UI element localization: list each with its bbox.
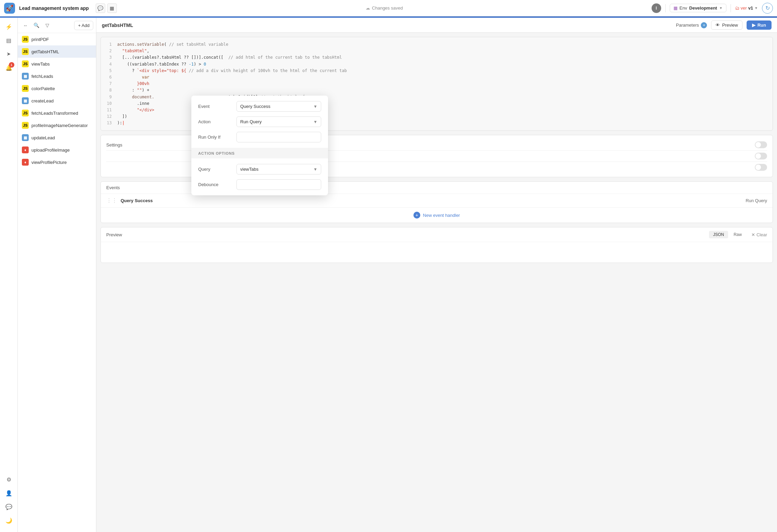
query-icon-colorPalette: JS — [22, 85, 29, 92]
env-label: Env — [680, 5, 687, 11]
sidebar-item-layers[interactable]: ⚡ — [3, 20, 15, 33]
query-item-viewTabs[interactable]: JS viewTabs — [18, 58, 96, 70]
code-line-6: 6 var — [105, 74, 768, 81]
collapse-sidebar-button[interactable]: ↔ — [21, 20, 30, 30]
app-title: Lead management system app — [19, 5, 89, 11]
event-row: ⋮⋮ Query Success Run Query — [101, 194, 773, 208]
sidebar-item-send[interactable]: ➤ — [3, 48, 15, 60]
query-name-fetchLeadsTransformed: fetchLeadsTransformed — [31, 111, 78, 116]
query-field-label: Query — [198, 167, 232, 172]
tab-raw[interactable]: Raw — [730, 231, 746, 238]
ver-selector[interactable]: 🗂 ver v1 ▼ — [735, 5, 758, 11]
event-handler-modal: Event Query Success ▼ Action Run Query ▼… — [191, 96, 328, 195]
query-icon-uploadProfileImage: ♦ — [22, 146, 29, 153]
x-icon: ✕ — [751, 232, 755, 237]
sidebar-item-moon[interactable]: 🌙 — [3, 514, 15, 527]
query-name-viewProfilePicture: viewProfilePicture — [31, 160, 67, 165]
query-name-viewTabs: viewTabs — [31, 61, 50, 67]
query-item-getTabsHTML[interactable]: JS getTabsHTML — [18, 45, 96, 58]
save-status: ☁ Changes saved — [121, 5, 648, 11]
notification-badge: 1 — [9, 62, 14, 68]
line-number: 13 — [105, 120, 112, 126]
search-button[interactable]: 🔍 — [31, 20, 41, 30]
cloud-icon: ☁ — [366, 5, 370, 11]
event-action: Run Query — [746, 198, 767, 203]
query-name-colorPalette: colorPalette — [31, 86, 55, 91]
event-name: Query Success — [121, 198, 742, 203]
action-chevron-icon: ▼ — [313, 120, 317, 124]
line-number: 12 — [105, 113, 112, 120]
preview-button[interactable]: 👁 Preview — [711, 20, 742, 30]
add-query-button[interactable]: + Add — [74, 21, 93, 30]
run-only-if-input[interactable] — [236, 132, 321, 142]
filter-button[interactable]: ▽ — [42, 20, 52, 30]
debounce-input[interactable] — [236, 179, 321, 190]
settings-toggle-2[interactable] — [755, 153, 767, 159]
settings-toggle-1[interactable] — [755, 141, 767, 148]
debounce-field: Debounce — [198, 179, 321, 190]
sidebar-item-chat[interactable]: 💬 — [3, 501, 15, 513]
run-button[interactable]: ▶ Run — [747, 20, 772, 30]
code-line-2: 2 "tabsHtml", — [105, 48, 768, 54]
tab-json[interactable]: JSON — [709, 231, 728, 238]
query-item-fetchLeadsTransformed[interactable]: JS fetchLeadsTransformed — [18, 107, 96, 119]
ver-chevron-icon: ▼ — [754, 6, 758, 10]
sidebar-item-pages[interactable]: ▤ — [3, 34, 15, 46]
query-item-colorPalette[interactable]: JS colorPalette — [18, 82, 96, 95]
query-name-printPDF: printPDF — [31, 37, 49, 42]
event-select[interactable]: Query Success ▼ — [236, 101, 321, 112]
parameters-button[interactable]: Parameters + — [676, 22, 707, 28]
topbar: 🚀 Lead management system app 💬 ▦ ☁ Chang… — [0, 0, 777, 16]
ver-label: ver — [741, 5, 747, 11]
main-content: getTabsHTML Parameters + 👁 Preview ▶ Run… — [96, 18, 777, 532]
settings-toggle-3[interactable] — [755, 164, 767, 171]
action-options-label: ACTION OPTIONS — [198, 151, 235, 155]
query-icon-fetchLeads: ▦ — [22, 73, 29, 80]
modal-main-section: Event Query Success ▼ Action Run Query ▼… — [191, 96, 328, 148]
editor-header: getTabsHTML Parameters + 👁 Preview ▶ Run — [96, 18, 777, 33]
query-name-getTabsHTML: getTabsHTML — [31, 49, 59, 54]
clear-button[interactable]: ✕ Clear — [751, 232, 767, 237]
query-item-profileImageNameGenerator[interactable]: JS profileImageNameGenerator — [18, 119, 96, 131]
query-item-createLead[interactable]: ▦ createLead — [18, 95, 96, 107]
sync-button[interactable]: ↻ — [762, 3, 773, 14]
app-logo: 🚀 — [4, 3, 15, 14]
event-field-label: Event — [198, 104, 232, 109]
query-chevron-icon: ▼ — [313, 167, 317, 172]
icon-sidebar: ⚡ ▤ ➤ 🔔 1 ⚙ 👤 💬 🌙 — [0, 18, 18, 532]
eye-icon: 👁 — [715, 23, 720, 28]
query-item-uploadProfileImage[interactable]: ♦ uploadProfileImage — [18, 144, 96, 156]
query-icon-viewTabs: JS — [22, 60, 29, 67]
sidebar-item-bell[interactable]: 🔔 1 — [3, 61, 15, 74]
query-item-printPDF[interactable]: JS printPDF — [18, 33, 96, 45]
query-item-viewProfilePicture[interactable]: ♦ viewProfilePicture — [18, 156, 96, 168]
new-event-label: New event handler — [423, 213, 460, 218]
query-icon-getTabsHTML: JS — [22, 48, 29, 55]
sidebar-item-person[interactable]: 👤 — [3, 487, 15, 499]
chat-topbar-icon[interactable]: 💬 — [96, 3, 105, 13]
query-item-updateLead[interactable]: ▦ updateLead — [18, 131, 96, 144]
query-icon-viewProfilePicture: ♦ — [22, 159, 29, 166]
query-select[interactable]: viewTabs ▼ — [236, 164, 321, 174]
sidebar-item-gear[interactable]: ⚙ — [3, 473, 15, 486]
env-value: Development — [689, 5, 717, 11]
new-event-handler-button[interactable]: + New event handler — [101, 208, 773, 223]
plus-icon: + — [413, 212, 420, 219]
preview-label: Preview — [106, 232, 122, 237]
action-select[interactable]: Run Query ▼ — [236, 116, 321, 127]
line-number: 3 — [105, 54, 112, 61]
query-name-createLead: createLead — [31, 98, 54, 103]
user-avatar[interactable]: I — [652, 3, 661, 13]
drag-handle-icon[interactable]: ⋮⋮ — [106, 197, 117, 204]
query-icon-fetchLeadsTransformed: JS — [22, 110, 29, 116]
ver-icon: 🗂 — [735, 5, 739, 11]
event-field: Event Query Success ▼ — [198, 101, 321, 112]
line-number: 4 — [105, 61, 112, 68]
query-item-fetchLeads[interactable]: ▦ fetchLeads — [18, 70, 96, 82]
add-parameter-button[interactable]: + — [701, 22, 707, 28]
query-list: JS printPDF JS getTabsHTML JS viewTabs ▦… — [18, 33, 96, 532]
grid-topbar-icon[interactable]: ▦ — [107, 3, 117, 13]
query-icon-printPDF: JS — [22, 36, 29, 43]
query-icon-updateLead: ▦ — [22, 134, 29, 141]
env-selector[interactable]: ▦ Env Development ▼ — [670, 4, 726, 12]
